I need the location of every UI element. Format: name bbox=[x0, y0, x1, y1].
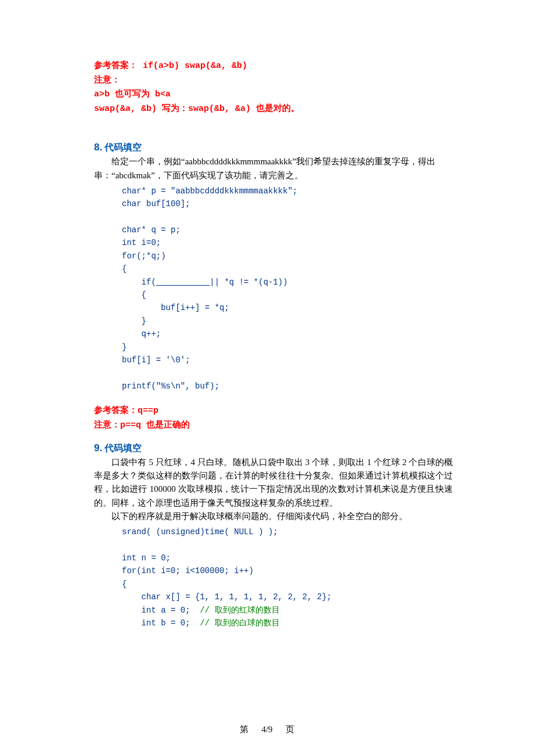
question-title: 代码填空 bbox=[104, 443, 142, 453]
note-code-c: swap(&a, &b) bbox=[94, 104, 162, 114]
note-code-a: a>b bbox=[94, 89, 115, 99]
note-line-2: swap(&a, &b) 写为：swap(&b, &a) 也是对的。 bbox=[94, 101, 453, 116]
question-9: 9. 代码填空 口袋中有 5 只红球，4 只白球。随机从口袋中取出 3 个球，则… bbox=[94, 441, 453, 630]
note-line: 注意：p==q 也是正确的 bbox=[94, 417, 453, 432]
note-line-1: a>b 也可写为 b<a bbox=[94, 87, 453, 101]
code-comment: // 取到的白球的数目 bbox=[200, 618, 279, 628]
answer-label: 参考答案： bbox=[94, 405, 138, 415]
code-line: int n = 0; bbox=[122, 553, 171, 563]
note-code-b: b<a bbox=[150, 89, 171, 99]
question-number: 8. bbox=[94, 142, 102, 153]
answer-code: q==p bbox=[138, 406, 158, 416]
question-title: 代码填空 bbox=[104, 142, 142, 152]
code-line: int a = 0; // 取到的红球的数目 bbox=[122, 606, 280, 615]
document-page: 参考答案： if(a>b) swap(&a, &b) 注意： a>b 也可写为 … bbox=[0, 0, 534, 756]
note-text: 写为： bbox=[162, 103, 188, 113]
code-line: for(int i=0; i<100000; i++) bbox=[122, 566, 254, 575]
answer-label: 参考答案： bbox=[94, 60, 138, 70]
question-heading: 8. 代码填空 bbox=[94, 140, 453, 155]
question-8: 8. 代码填空 给定一个串，例如“aabbbcddddkkkmmmmaakkkk… bbox=[94, 140, 453, 433]
note-text: 也是对的。 bbox=[256, 103, 300, 113]
code-block: char* p = "aabbbcddddkkkmmmmaakkkk"; cha… bbox=[122, 185, 453, 393]
question-text: 口袋中有 5 只红球，4 只白球。随机从口袋中取出 3 个球，则取出 1 个红球… bbox=[94, 456, 453, 510]
answer-code: if(a>b) swap(&a, &b) bbox=[138, 61, 247, 71]
answer-line: 参考答案： if(a>b) swap(&a, &b) bbox=[94, 58, 453, 73]
question-text: 以下的程序就是用于解决取球概率问题的。仔细阅读代码，补全空白的部分。 bbox=[94, 510, 453, 523]
question-text: 给定一个串，例如“aabbbcddddkkkmmmmaakkkk”我们希望去掉连… bbox=[94, 155, 453, 182]
note-label: 注意： bbox=[94, 419, 120, 429]
question-heading: 9. 代码填空 bbox=[94, 441, 453, 456]
note-text: 也可写为 bbox=[115, 88, 150, 98]
note-label: 注意： bbox=[94, 73, 453, 86]
answer-block-top: 参考答案： if(a>b) swap(&a, &b) 注意： a>b 也可写为 … bbox=[94, 58, 453, 116]
note-code-d: swap(&b, &a) bbox=[188, 104, 256, 114]
code-line: srand( (unsigned)time( NULL ) ); bbox=[122, 527, 278, 537]
footer-right: 页 bbox=[286, 725, 294, 734]
note-text: 也是正确的 bbox=[146, 419, 190, 429]
footer-left: 第 bbox=[240, 725, 248, 734]
page-footer: 第4/9页 bbox=[0, 723, 534, 736]
code-line: { bbox=[122, 579, 127, 589]
answer-line: 参考答案：q==p bbox=[94, 403, 453, 417]
code-comment: // 取到的红球的数目 bbox=[200, 606, 279, 615]
footer-page-number: 4/9 bbox=[261, 725, 272, 734]
code-text: char* p = "aabbbcddddkkkmmmmaakkkk"; cha… bbox=[122, 186, 297, 391]
note-code: p==q bbox=[120, 420, 146, 430]
code-line: int b = 0; // 取到的白球的数目 bbox=[122, 618, 280, 628]
question-number: 9. bbox=[94, 442, 102, 453]
code-block: srand( (unsigned)time( NULL ) ); int n =… bbox=[122, 525, 453, 629]
code-line: char x[] = {1, 1, 1, 1, 1, 2, 2, 2, 2}; bbox=[122, 592, 331, 602]
